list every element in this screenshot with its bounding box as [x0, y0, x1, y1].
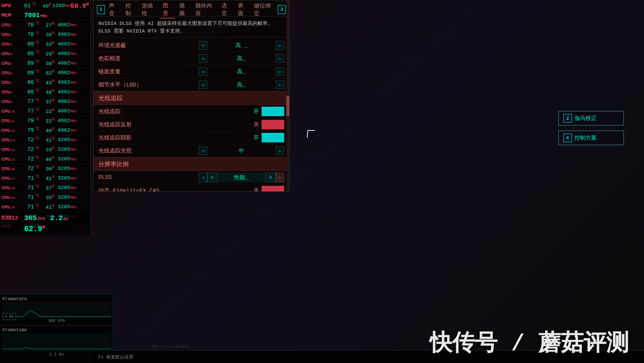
- watts2-panel: 62.9W: [0, 223, 91, 236]
- gpu-watts: 58.9W: [70, 2, 89, 10]
- gpu-temp: 61°C: [21, 2, 36, 9]
- color-control: ◁ 高_ ▷: [199, 54, 284, 63]
- lod-label: 细节水平（LOD）: [98, 81, 199, 88]
- cpu-mhz-2: 4082MHz: [54, 32, 77, 37]
- dlss-right-arrow[interactable]: ▷: [276, 173, 284, 182]
- dlss-left-arrow[interactable]: ◁: [199, 173, 207, 182]
- cpu-row-3: CPU₃ 80°C 33% 4082MHz: [2, 39, 89, 49]
- tab-sound[interactable]: 声音: [106, 1, 121, 18]
- specular-value: 高_: [216, 68, 267, 75]
- cpu-pct-19: 35%: [39, 194, 54, 201]
- dlss-value: 性能_: [217, 173, 266, 182]
- restore-hint: F1 恢复默认设置: [98, 354, 133, 360]
- cpu-row-10: CPU₁₀ 77°C 22% 4082MHz: [2, 106, 89, 116]
- bottom-line-text: TRN_TLCAS_BCODR5: [151, 345, 190, 349]
- watts2-row: 62.9W: [2, 224, 89, 235]
- tab-control[interactable]: 控制: [123, 1, 138, 18]
- cpu-mhz-9: 4082MHz: [54, 99, 77, 104]
- cpu-label-5: CPU₅: [2, 60, 24, 66]
- cpu-temp-1: 78°C: [24, 21, 39, 28]
- d3d12-ms: 2.2ms: [50, 214, 68, 222]
- dynamic-cas-toggle-off-label: 关: [254, 187, 259, 192]
- scrollbar-thumb[interactable]: [286, 96, 289, 116]
- control-scheme-key: X: [563, 134, 572, 142]
- cpu-temp-3: 80°C: [24, 40, 39, 47]
- rt-light-left-arrow[interactable]: ◁: [199, 146, 207, 155]
- cpu-pct-3: 33%: [39, 41, 54, 47]
- mem-mhz: 7001MHz: [24, 12, 48, 19]
- cpu-pct-14: 33%: [39, 146, 54, 153]
- cpu-row-7: CPU₇ 86°C 43% 4082MHz: [2, 78, 89, 87]
- cpu-row-5: CPU₅ 89°C 30% 4082MHz: [2, 58, 89, 68]
- mem-label: MEM: [2, 12, 24, 18]
- gpu-label: GPU: [2, 3, 21, 9]
- cpu-temp-17: 71°C: [24, 174, 39, 182]
- cpu-temp-5: 89°C: [24, 59, 39, 67]
- rt-shadow-toggle-control: 开: [199, 133, 284, 142]
- setting-row-rt-shadow: 光线追踪阴影 开: [93, 131, 289, 144]
- ao-right-arrow[interactable]: ▷: [276, 41, 284, 50]
- setting-row-ao: 环境光遮蔽 ◁ 高 _ ▷: [93, 39, 289, 52]
- cpu-row-1: CPU₁ 78°C 27% 4082MHz: [2, 20, 89, 30]
- scrollbar[interactable]: [286, 0, 289, 192]
- rt-reflect-toggle[interactable]: [262, 120, 284, 129]
- d3d12-label: D3D12: [2, 215, 24, 221]
- tab-extras[interactable]: 额外内容: [193, 1, 218, 18]
- tab-language[interactable]: 语言: [219, 1, 234, 18]
- ao-left-arrow[interactable]: ◁: [199, 41, 207, 50]
- tab-keybindings[interactable]: 键位绑定: [252, 1, 276, 18]
- cpu-label-14: CPU₁₄: [2, 147, 24, 152]
- dynamic-cas-toggle[interactable]: [262, 186, 284, 192]
- cpu-label-7: CPU₇: [2, 80, 24, 85]
- color-left-arrow[interactable]: ◁: [199, 54, 207, 63]
- cpu-row-15: CPU₁₅ 72°C 40% 3285MHz: [2, 154, 89, 164]
- ao-control: ◁ 高 _ ▷: [199, 41, 284, 50]
- settings-panel: 1 声音 控制 游戏性 图形 视频 额外内容 语言 界面 键位绑定 3 NVID…: [93, 0, 290, 192]
- specular-right-arrow[interactable]: ▷: [276, 67, 284, 76]
- tab-right-badge: 3: [278, 5, 286, 14]
- tab-gameplay[interactable]: 游戏性: [139, 1, 159, 18]
- rt-shadow-toggle[interactable]: [262, 133, 284, 142]
- cpu-row-8: CPU₈ 86°C 48% 4082MHz: [2, 87, 89, 97]
- setting-row-rt: 光线追踪 开: [93, 105, 289, 118]
- cpu-temp-10: 77°C: [24, 107, 39, 114]
- control-scheme-button[interactable]: X 控制方案: [558, 131, 624, 145]
- cpu-row-17: CPU₁₇ 71°C 41% 3285MHz: [2, 173, 89, 183]
- cpu-temp-2: 78°C: [24, 31, 39, 38]
- cpu-pct-5: 30%: [39, 60, 54, 67]
- tab-graphics[interactable]: 图形: [160, 1, 175, 18]
- cpu-label-2: CPU₂: [2, 32, 24, 37]
- lod-right-arrow[interactable]: ▷: [276, 80, 284, 89]
- lod-left-arrow[interactable]: ◁: [199, 80, 207, 89]
- specular-left-arrow[interactable]: ◁: [199, 67, 207, 76]
- frametime-label: Frametime: [3, 327, 111, 332]
- cpu-temp-9: 77°C: [24, 98, 39, 105]
- tab-left-badge: 1: [97, 5, 105, 14]
- cpu-mhz-7: 4082MHz: [54, 79, 77, 85]
- cpu-temp-12: 79°C: [24, 127, 39, 134]
- cpu-mhz-14: 3285MHz: [54, 146, 77, 152]
- cpu-temp-15: 72°C: [24, 155, 39, 162]
- dlss-badge-d: D: [266, 173, 276, 182]
- tab-interface[interactable]: 界面: [235, 1, 250, 18]
- rt-reflect-label: 光线追踪反射: [98, 121, 199, 128]
- cpu-pct-13: 41%: [39, 136, 54, 143]
- rt-light-right-arrow[interactable]: ▷: [276, 146, 284, 155]
- d3d12-row: D3D12 365FPS 2.2ms: [2, 213, 89, 224]
- rt-toggle[interactable]: [262, 107, 284, 116]
- color-right-arrow[interactable]: ▷: [276, 54, 284, 63]
- cpu-label-9: CPU₉: [2, 99, 24, 104]
- cpu-row-12: CPU₁₂ 79°C 40% 4082MHz: [2, 126, 89, 135]
- cpu-mhz-12: 4082MHz: [54, 127, 77, 133]
- color-value: 高_: [216, 55, 267, 62]
- frametime-graph: [3, 334, 111, 351]
- ao-value: 高 _: [216, 42, 267, 49]
- color-label: 色彩精度: [98, 55, 199, 62]
- specular-label: 镜面质量: [98, 68, 199, 75]
- cpu-label-20: CPU₂₀: [2, 204, 24, 210]
- cpu-temp-11: 79°C: [24, 117, 39, 124]
- gamma-button[interactable]: Z 伽马校正: [558, 111, 624, 126]
- cpu-row-9: CPU₉ 77°C 37% 4082MHz: [2, 97, 89, 106]
- tab-video[interactable]: 视频: [177, 1, 192, 18]
- gamma-label: 伽马校正: [575, 114, 597, 122]
